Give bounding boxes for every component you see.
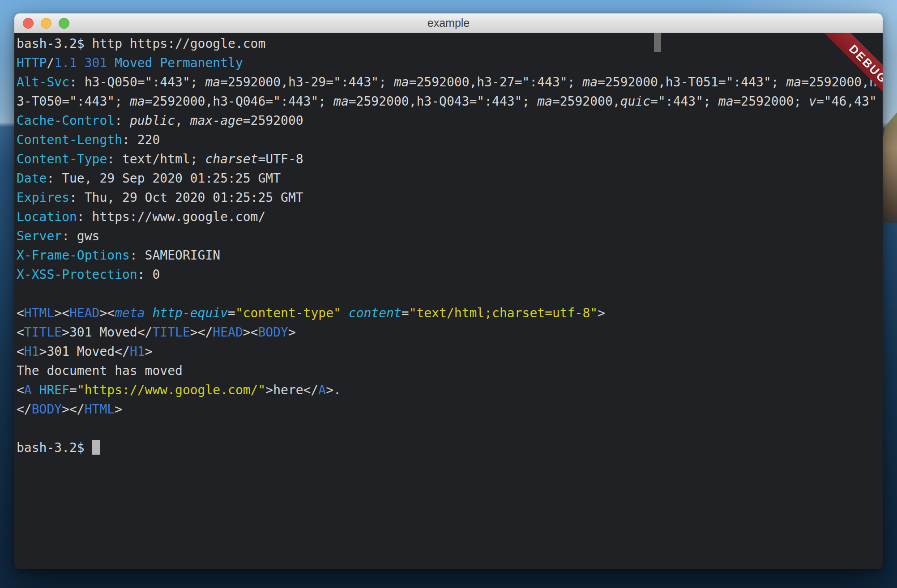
text-segment: Moved Permanently <box>115 55 243 70</box>
text-segment: ma <box>130 94 145 109</box>
terminal-line: <H1>301 Moved</H1> <box>17 342 883 361</box>
text-segment: =2592000; <box>734 94 809 109</box>
text-segment: public <box>130 113 175 128</box>
text-segment: content <box>349 306 402 320</box>
traffic-lights <box>23 13 69 33</box>
text-segment: Content-Length <box>17 132 122 147</box>
text-segment <box>107 55 115 70</box>
text-segment: : Thu, 29 Oct 2020 01:25:25 GMT <box>69 190 303 205</box>
text-segment: >< <box>243 325 258 340</box>
text-segment: ></ <box>190 325 213 340</box>
window-title: example <box>14 17 883 30</box>
text-segment: < <box>17 344 24 359</box>
text-segment: =2592000,h3-T051=":443"; <box>598 75 786 89</box>
window-titlebar[interactable]: example <box>14 13 883 33</box>
minimize-button[interactable] <box>41 18 51 29</box>
text-segment: H1 <box>24 344 39 359</box>
terminal-line: Content-Type: text/html; charset=UTF-8 <box>17 149 883 169</box>
terminal-line: Location: https://www.google.com/ <box>17 207 883 226</box>
text-segment: quic <box>620 94 650 109</box>
text-segment: >301 Moved</ <box>62 325 152 340</box>
text-segment: HREF <box>39 383 69 397</box>
text-segment: Date <box>17 171 47 186</box>
terminal-line: Server: gws <box>17 226 883 246</box>
zoom-button[interactable] <box>59 18 69 29</box>
block-cursor <box>92 440 100 455</box>
text-segment: ma <box>205 75 220 89</box>
terminal-line: X-XSS-Protection: 0 <box>17 265 883 284</box>
terminal-line: Content-Length: 220 <box>17 130 883 149</box>
text-segment: ma <box>333 94 349 109</box>
text-segment: < <box>17 383 24 397</box>
terminal-content[interactable]: bash-3.2$ http https://google.comHTTP/1.… <box>14 33 883 569</box>
terminal-line: bash-3.2$ <box>17 438 883 457</box>
text-segment: X-Frame-Options <box>17 248 130 263</box>
text-segment: TITLE <box>24 325 62 340</box>
text-segment: Expires <box>17 190 69 205</box>
terminal-line: HTTP/1.1 301 Moved Permanently <box>17 53 883 72</box>
text-segment: v <box>809 94 816 109</box>
text-segment: < <box>17 306 24 320</box>
text-segment: Server <box>17 229 62 243</box>
text-segment: HTML <box>24 306 54 320</box>
text-segment: BODY <box>258 325 288 340</box>
text-segment: Content-Type <box>17 152 107 166</box>
text-segment: "content-type" <box>235 306 341 320</box>
close-button[interactable] <box>23 18 34 29</box>
text-segment: : https://www.google.com/ <box>77 209 265 224</box>
terminal-line: Cache-Control: public, max-age=2592000 <box>17 111 883 130</box>
terminal-line: Date: Tue, 29 Sep 2020 01:25:25 GMT <box>17 169 883 188</box>
text-segment: >301 Moved</ <box>39 344 130 359</box>
text-segment: H1 <box>130 344 145 359</box>
text-segment: / <box>47 55 54 70</box>
text-segment: X-XSS-Protection <box>17 267 137 282</box>
terminal-line: bash-3.2$ http https://google.com <box>17 34 883 53</box>
text-segment: Cache-Control <box>17 113 115 128</box>
text-segment: HEAD <box>213 325 243 340</box>
terminal-line: <A HREF="https://www.google.com/">here</… <box>17 380 883 400</box>
text-segment: ma <box>537 94 552 109</box>
text-segment: HTML <box>85 402 115 417</box>
text-segment: : SAMEORIGIN <box>130 248 220 263</box>
text-segment: = <box>228 306 235 320</box>
text-segment: "https://www.google.com/" <box>77 383 265 397</box>
text-segment: >. <box>326 383 341 397</box>
text-segment: > <box>145 344 153 359</box>
text-segment: ma <box>786 75 802 89</box>
text-segment: max-age <box>190 113 243 128</box>
text-segment: =":443"; <box>650 94 718 109</box>
text-segment: meta <box>115 306 145 320</box>
text-segment: 1.1 301 <box>54 55 107 70</box>
text-segment: >< <box>54 306 69 320</box>
text-segment: 3-T050=":443"; <box>17 94 130 109</box>
terminal-line: Expires: Thu, 29 Oct 2020 01:25:25 GMT <box>17 188 883 207</box>
pointer-block <box>654 33 661 52</box>
text-segment: : 220 <box>122 132 160 147</box>
text-segment: ma <box>582 75 598 89</box>
text-segment: Location <box>17 209 77 224</box>
text-segment: : <box>115 113 130 128</box>
terminal-line: <HTML><HEAD><meta http-equiv="content-ty… <box>17 303 883 323</box>
text-segment: : gws <box>62 229 99 243</box>
text-segment <box>145 306 153 320</box>
text-segment: : h3-Q050=":443"; <box>69 75 205 89</box>
text-segment: >< <box>99 306 115 320</box>
text-segment: =2592000,h3-27=":443"; <box>409 75 583 89</box>
text-segment: http-equiv <box>152 306 228 320</box>
terminal-window: example bash-3.2$ http https://google.co… <box>14 13 883 569</box>
text-segment: < <box>17 325 24 340</box>
text-segment: : 0 <box>137 267 160 282</box>
text-segment: bash-3.2$ <box>17 440 92 455</box>
text-segment: =2592000,h3-29=":443"; <box>220 75 394 89</box>
text-segment: charset <box>205 152 258 166</box>
text-segment: : Tue, 29 Sep 2020 01:25:25 GMT <box>47 171 281 186</box>
text-segment: BODY <box>32 402 62 417</box>
text-segment: TITLE <box>152 325 190 340</box>
terminal-line: </BODY></HTML> <box>17 400 883 419</box>
terminal-line: Alt-Svc: h3-Q050=":443"; ma=2592000,h3-2… <box>17 72 883 92</box>
text-segment <box>32 383 39 397</box>
text-segment: =2592000 <box>243 113 303 128</box>
terminal-line: 3-T050=":443"; ma=2592000,h3-Q046=":443"… <box>17 92 883 111</box>
text-segment: = <box>402 306 409 320</box>
text-segment: =2592000, <box>552 94 620 109</box>
